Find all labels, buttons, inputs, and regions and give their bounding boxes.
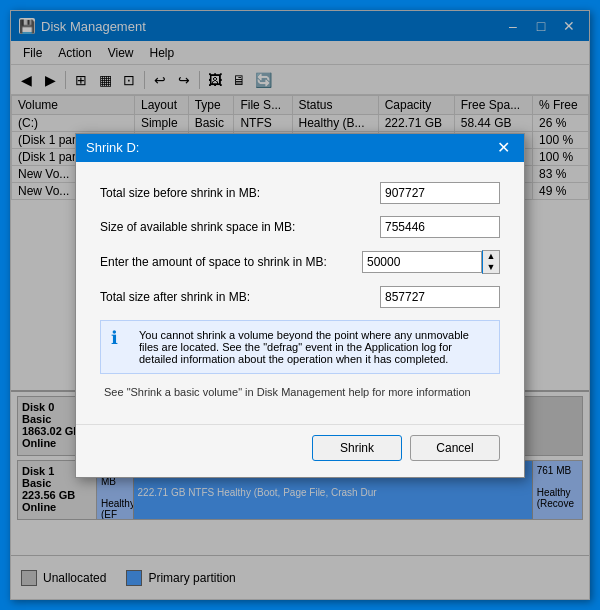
- input-total-before: [380, 182, 500, 204]
- dialog-close-button[interactable]: ✕: [492, 138, 514, 158]
- shrink-dialog: Shrink D: ✕ Total size before shrink in …: [75, 133, 525, 478]
- dialog-title-bar: Shrink D: ✕: [76, 134, 524, 162]
- shrink-amount-input[interactable]: [362, 251, 482, 273]
- dialog-row-total-after: Total size after shrink in MB:: [100, 286, 500, 308]
- dialog-body: Total size before shrink in MB: Size of …: [76, 162, 524, 424]
- spinner-up-button[interactable]: ▲: [483, 251, 499, 262]
- label-shrink-amount: Enter the amount of space to shrink in M…: [100, 255, 362, 269]
- shrink-button[interactable]: Shrink: [312, 435, 402, 461]
- shrink-spinner: ▲ ▼: [362, 250, 500, 274]
- dialog-overlay: Shrink D: ✕ Total size before shrink in …: [11, 11, 589, 599]
- main-window: 💾 Disk Management – □ ✕ File Action View…: [10, 10, 590, 600]
- input-available: [380, 216, 500, 238]
- label-total-before: Total size before shrink in MB:: [100, 186, 380, 200]
- dialog-title: Shrink D:: [86, 140, 492, 155]
- help-text-content: See "Shrink a basic volume" in Disk Mana…: [104, 386, 471, 398]
- input-total-after: [380, 286, 500, 308]
- label-available: Size of available shrink space in MB:: [100, 220, 380, 234]
- dialog-help-text: See "Shrink a basic volume" in Disk Mana…: [100, 386, 500, 398]
- dialog-info-text: You cannot shrink a volume beyond the po…: [139, 329, 489, 365]
- spinner-controls: ▲ ▼: [482, 250, 500, 274]
- dialog-info-box: ℹ You cannot shrink a volume beyond the …: [100, 320, 500, 374]
- dialog-row-available: Size of available shrink space in MB:: [100, 216, 500, 238]
- label-total-after: Total size after shrink in MB:: [100, 290, 380, 304]
- dialog-row-total-before: Total size before shrink in MB:: [100, 182, 500, 204]
- dialog-buttons: Shrink Cancel: [76, 424, 524, 477]
- cancel-button[interactable]: Cancel: [410, 435, 500, 461]
- spinner-down-button[interactable]: ▼: [483, 262, 499, 273]
- dialog-row-shrink-amount: Enter the amount of space to shrink in M…: [100, 250, 500, 274]
- info-icon: ℹ: [111, 327, 131, 349]
